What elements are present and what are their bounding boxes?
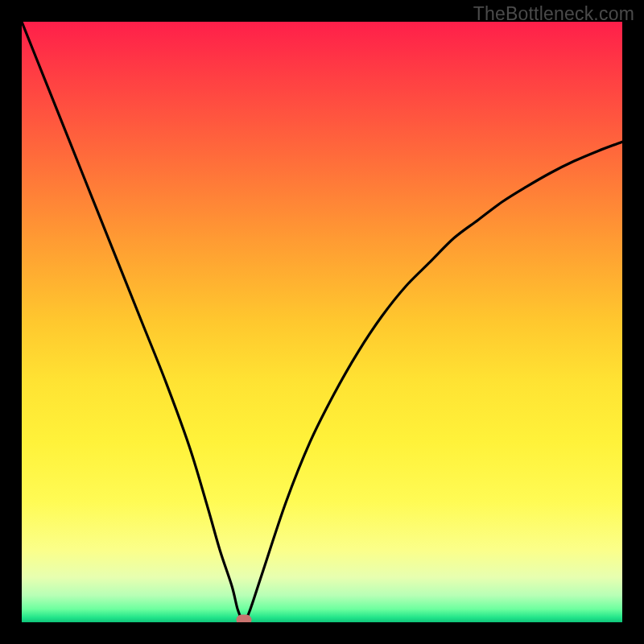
chart-frame: TheBottleneck.com (0, 0, 644, 644)
plot-area (22, 22, 622, 622)
watermark-text: TheBottleneck.com (473, 3, 634, 25)
optimum-marker (237, 614, 252, 622)
bottleneck-curve (22, 22, 622, 622)
